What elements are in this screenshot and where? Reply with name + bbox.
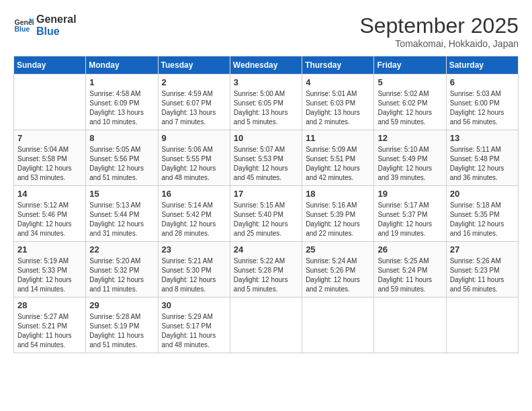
- calendar-cell: 26Sunrise: 5:25 AM Sunset: 5:24 PM Dayli…: [374, 242, 446, 298]
- day-info: Sunrise: 5:12 AM Sunset: 5:46 PM Dayligh…: [17, 201, 82, 238]
- day-number: 11: [306, 133, 370, 143]
- day-number: 6: [450, 77, 515, 87]
- column-header-row: SundayMondayTuesdayWednesdayThursdayFrid…: [14, 56, 519, 75]
- day-number: 3: [234, 77, 298, 87]
- day-number: 1: [89, 77, 154, 87]
- day-info: Sunrise: 5:26 AM Sunset: 5:23 PM Dayligh…: [450, 257, 515, 294]
- day-info: Sunrise: 5:02 AM Sunset: 6:02 PM Dayligh…: [378, 89, 442, 127]
- calendar-cell: 19Sunrise: 5:17 AM Sunset: 5:37 PM Dayli…: [374, 186, 446, 242]
- day-info: Sunrise: 5:05 AM Sunset: 5:56 PM Dayligh…: [89, 145, 154, 183]
- col-header-tuesday: Tuesday: [158, 56, 230, 75]
- day-info: Sunrise: 5:22 AM Sunset: 5:28 PM Dayligh…: [234, 257, 298, 294]
- calendar-cell: 4Sunrise: 5:01 AM Sunset: 6:03 PM Daylig…: [302, 75, 374, 130]
- day-info: Sunrise: 5:28 AM Sunset: 5:19 PM Dayligh…: [89, 312, 154, 350]
- calendar-cell: 24Sunrise: 5:22 AM Sunset: 5:28 PM Dayli…: [230, 242, 302, 298]
- day-number: 22: [89, 244, 154, 255]
- day-info: Sunrise: 5:14 AM Sunset: 5:42 PM Dayligh…: [162, 201, 226, 238]
- calendar-cell: 1Sunrise: 4:58 AM Sunset: 6:09 PM Daylig…: [86, 75, 158, 130]
- calendar-cell: 9Sunrise: 5:06 AM Sunset: 5:55 PM Daylig…: [158, 130, 230, 186]
- week-row-4: 21Sunrise: 5:19 AM Sunset: 5:33 PM Dayli…: [14, 242, 519, 298]
- calendar-cell: 6Sunrise: 5:03 AM Sunset: 6:00 PM Daylig…: [446, 75, 518, 130]
- day-number: 13: [450, 133, 515, 143]
- day-info: Sunrise: 5:06 AM Sunset: 5:55 PM Dayligh…: [162, 145, 226, 183]
- day-info: Sunrise: 5:15 AM Sunset: 5:40 PM Dayligh…: [234, 201, 298, 238]
- calendar-cell: 30Sunrise: 5:29 AM Sunset: 5:17 PM Dayli…: [158, 298, 230, 353]
- day-number: 24: [234, 244, 298, 255]
- calendar-cell: 25Sunrise: 5:24 AM Sunset: 5:26 PM Dayli…: [302, 242, 374, 298]
- col-header-friday: Friday: [374, 56, 446, 75]
- day-info: Sunrise: 4:59 AM Sunset: 6:07 PM Dayligh…: [162, 89, 226, 127]
- calendar-cell: [230, 298, 302, 353]
- day-number: 20: [450, 189, 515, 199]
- week-row-2: 7Sunrise: 5:04 AM Sunset: 5:58 PM Daylig…: [14, 130, 519, 186]
- day-number: 12: [378, 133, 442, 143]
- day-number: 7: [17, 133, 82, 143]
- page-header: General Blue General Blue September 2025…: [13, 13, 519, 49]
- day-info: Sunrise: 4:58 AM Sunset: 6:09 PM Dayligh…: [89, 89, 154, 127]
- calendar-cell: 17Sunrise: 5:15 AM Sunset: 5:40 PM Dayli…: [230, 186, 302, 242]
- calendar-cell: [446, 298, 518, 353]
- day-number: 18: [306, 189, 370, 199]
- day-number: 27: [450, 244, 515, 255]
- day-info: Sunrise: 5:25 AM Sunset: 5:24 PM Dayligh…: [378, 257, 442, 294]
- calendar-cell: [14, 75, 86, 130]
- col-header-saturday: Saturday: [446, 56, 518, 75]
- day-number: 15: [89, 189, 154, 199]
- calendar-cell: 18Sunrise: 5:16 AM Sunset: 5:39 PM Dayli…: [302, 186, 374, 242]
- day-number: 14: [17, 189, 82, 199]
- day-info: Sunrise: 5:04 AM Sunset: 5:58 PM Dayligh…: [17, 145, 82, 183]
- calendar-cell: 27Sunrise: 5:26 AM Sunset: 5:23 PM Dayli…: [446, 242, 518, 298]
- day-number: 21: [17, 244, 82, 255]
- svg-text:Blue: Blue: [15, 25, 30, 33]
- day-number: 4: [306, 77, 370, 87]
- day-info: Sunrise: 5:11 AM Sunset: 5:48 PM Dayligh…: [450, 145, 515, 183]
- calendar-cell: 7Sunrise: 5:04 AM Sunset: 5:58 PM Daylig…: [14, 130, 86, 186]
- calendar-cell: 22Sunrise: 5:20 AM Sunset: 5:32 PM Dayli…: [86, 242, 158, 298]
- calendar-cell: 29Sunrise: 5:28 AM Sunset: 5:19 PM Dayli…: [86, 298, 158, 353]
- day-number: 29: [89, 300, 154, 310]
- logo-icon: General Blue: [13, 15, 34, 36]
- day-info: Sunrise: 5:21 AM Sunset: 5:30 PM Dayligh…: [162, 257, 226, 294]
- calendar-cell: [302, 298, 374, 353]
- col-header-monday: Monday: [86, 56, 158, 75]
- calendar-cell: 15Sunrise: 5:13 AM Sunset: 5:44 PM Dayli…: [86, 186, 158, 242]
- day-number: 17: [234, 189, 298, 199]
- day-info: Sunrise: 5:07 AM Sunset: 5:53 PM Dayligh…: [234, 145, 298, 183]
- day-number: 10: [234, 133, 298, 143]
- day-number: 9: [162, 133, 226, 143]
- day-number: 26: [378, 244, 442, 255]
- day-info: Sunrise: 5:20 AM Sunset: 5:32 PM Dayligh…: [89, 257, 154, 294]
- day-number: 2: [162, 77, 226, 87]
- day-number: 19: [378, 189, 442, 199]
- day-info: Sunrise: 5:10 AM Sunset: 5:49 PM Dayligh…: [378, 145, 442, 183]
- day-number: 16: [162, 189, 226, 199]
- calendar-cell: 21Sunrise: 5:19 AM Sunset: 5:33 PM Dayli…: [14, 242, 86, 298]
- col-header-thursday: Thursday: [302, 56, 374, 75]
- week-row-5: 28Sunrise: 5:27 AM Sunset: 5:21 PM Dayli…: [14, 298, 519, 353]
- logo-blue: Blue: [36, 26, 77, 38]
- day-number: 23: [162, 244, 226, 255]
- calendar-cell: [374, 298, 446, 353]
- calendar-cell: 3Sunrise: 5:00 AM Sunset: 6:05 PM Daylig…: [230, 75, 302, 130]
- calendar-cell: 11Sunrise: 5:09 AM Sunset: 5:51 PM Dayli…: [302, 130, 374, 186]
- location-subtitle: Tomakomai, Hokkaido, Japan: [359, 38, 519, 49]
- calendar-cell: 10Sunrise: 5:07 AM Sunset: 5:53 PM Dayli…: [230, 130, 302, 186]
- day-info: Sunrise: 5:00 AM Sunset: 6:05 PM Dayligh…: [234, 89, 298, 127]
- calendar-cell: 2Sunrise: 4:59 AM Sunset: 6:07 PM Daylig…: [158, 75, 230, 130]
- day-number: 28: [17, 300, 82, 310]
- day-info: Sunrise: 5:18 AM Sunset: 5:35 PM Dayligh…: [450, 201, 515, 238]
- calendar-cell: 13Sunrise: 5:11 AM Sunset: 5:48 PM Dayli…: [446, 130, 518, 186]
- day-number: 30: [162, 300, 226, 310]
- day-info: Sunrise: 5:16 AM Sunset: 5:39 PM Dayligh…: [306, 201, 370, 238]
- day-number: 25: [306, 244, 370, 255]
- day-info: Sunrise: 5:29 AM Sunset: 5:17 PM Dayligh…: [162, 312, 226, 350]
- day-info: Sunrise: 5:01 AM Sunset: 6:03 PM Dayligh…: [306, 89, 370, 127]
- day-info: Sunrise: 5:19 AM Sunset: 5:33 PM Dayligh…: [17, 257, 82, 294]
- calendar-cell: 23Sunrise: 5:21 AM Sunset: 5:30 PM Dayli…: [158, 242, 230, 298]
- calendar-cell: 5Sunrise: 5:02 AM Sunset: 6:02 PM Daylig…: [374, 75, 446, 130]
- day-info: Sunrise: 5:17 AM Sunset: 5:37 PM Dayligh…: [378, 201, 442, 238]
- logo-general: General: [36, 13, 77, 26]
- col-header-sunday: Sunday: [14, 56, 86, 75]
- calendar-cell: 28Sunrise: 5:27 AM Sunset: 5:21 PM Dayli…: [14, 298, 86, 353]
- day-info: Sunrise: 5:13 AM Sunset: 5:44 PM Dayligh…: [89, 201, 154, 238]
